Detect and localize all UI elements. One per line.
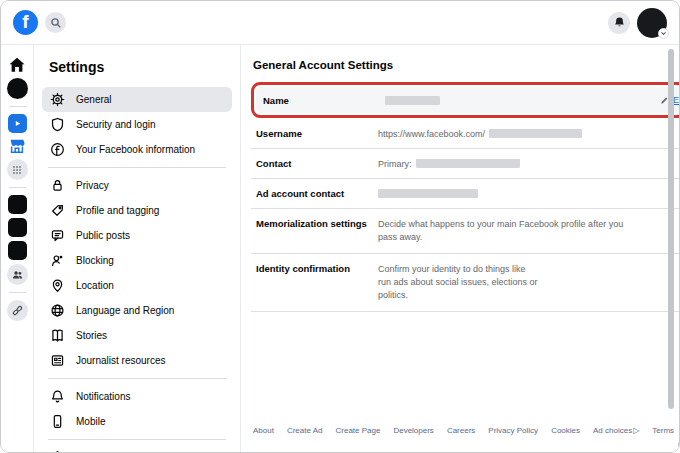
location-pin-icon — [50, 278, 65, 293]
facebook-circle-icon — [50, 142, 65, 157]
sidebar-item-label: Your Facebook information — [76, 144, 195, 155]
footer-links: About Create Ad Create Page Developers C… — [251, 426, 679, 435]
sidebar-item-notifications[interactable]: Notifications — [42, 384, 232, 409]
cube-icon — [50, 450, 65, 452]
shortcut-redacted-icon[interactable] — [8, 241, 27, 260]
lock-icon — [50, 178, 65, 193]
sidebar-item-label: Security and login — [76, 119, 156, 130]
row-value — [378, 189, 679, 198]
footer-link-create-ad[interactable]: Create Ad — [287, 426, 323, 435]
settings-row-name[interactable]: Name Edit — [256, 87, 679, 113]
groups-icon[interactable] — [7, 264, 28, 285]
sidebar-item-security-and-login[interactable]: Security and login — [42, 112, 232, 137]
sidebar-item-apps-and-websites[interactable]: Apps and Websites — [42, 445, 232, 452]
sidebar-item-journalist-resources[interactable]: Journalist resources — [42, 348, 232, 373]
sidebar-item-location[interactable]: Location — [42, 273, 232, 298]
menu-grid-icon[interactable] — [7, 159, 28, 180]
sidebar-item-label: Profile and tagging — [76, 205, 159, 216]
redacted-value — [416, 159, 520, 168]
settings-row-contact[interactable]: Contact Primary: Edit — [251, 149, 679, 179]
shield-icon — [50, 117, 65, 132]
footer-link-terms[interactable]: Terms — [652, 426, 674, 435]
link-icon[interactable] — [7, 300, 28, 321]
redacted-value — [385, 96, 440, 105]
row-label: Username — [256, 128, 378, 139]
footer-link-privacy-policy[interactable]: Privacy Policy — [488, 426, 538, 435]
contact-prefix: Primary: — [378, 159, 412, 169]
facebook-logo-icon[interactable]: f — [13, 10, 38, 35]
globe-icon — [50, 303, 65, 318]
rail-divider — [9, 292, 26, 293]
sidebar-item-label: Public posts — [76, 230, 130, 241]
sidebar-divider — [48, 439, 226, 440]
gear-icon — [50, 92, 65, 107]
row-value: Primary: — [378, 159, 679, 169]
page-body: Settings General Security and login — [1, 45, 679, 452]
sidebar-item-general[interactable]: General — [42, 87, 232, 112]
language-selector-button[interactable] — [678, 441, 679, 452]
sidebar-item-your-facebook-information[interactable]: Your Facebook information — [42, 137, 232, 162]
sidebar-item-label: Language and Region — [76, 305, 174, 316]
general-account-settings-panel: General Account Settings Name Edit Usern… — [241, 45, 679, 452]
row-label: Ad account contact — [256, 188, 378, 199]
footer-link-create-page[interactable]: Create Page — [335, 426, 380, 435]
sidebar-item-label: General — [76, 94, 112, 105]
blocked-person-icon — [50, 253, 65, 268]
row-label: Memorialization settings — [256, 218, 378, 229]
sidebar-item-privacy[interactable]: Privacy — [42, 173, 232, 198]
footer-link-about[interactable]: About — [253, 426, 274, 435]
profile-redacted-icon[interactable] — [7, 78, 28, 99]
settings-sidebar: Settings General Security and login — [34, 45, 241, 452]
rail-divider — [9, 106, 26, 107]
search-button[interactable] — [45, 12, 66, 33]
sidebar-item-label: Location — [76, 280, 114, 291]
sidebar-item-label: Stories — [76, 330, 107, 341]
sidebar-divider — [48, 378, 226, 379]
facebook-settings-window: f — [0, 0, 680, 453]
redacted-value — [378, 189, 478, 198]
sidebar-divider — [48, 167, 226, 168]
settings-row-memorialization[interactable]: Memorialization settings Decide what hap… — [251, 209, 679, 254]
row-value: https://www.facebook.com/ — [378, 129, 679, 139]
marketplace-icon[interactable] — [8, 137, 26, 155]
sidebar-item-label: Notifications — [76, 391, 130, 402]
url-prefix: https://www.facebook.com/ — [378, 129, 485, 139]
red-annotation-box: Name Edit — [251, 82, 679, 118]
shortcut-redacted-icon[interactable] — [8, 218, 27, 237]
footer-link-careers[interactable]: Careers — [447, 426, 475, 435]
sidebar-item-public-posts[interactable]: Public posts — [42, 223, 232, 248]
sidebar-title: Settings — [49, 59, 232, 75]
vertical-scrollbar[interactable] — [668, 49, 674, 409]
tag-icon — [50, 203, 65, 218]
speech-bubble-icon — [50, 228, 65, 243]
book-icon — [50, 328, 65, 343]
phone-icon — [50, 414, 65, 429]
row-description: Confirm your identity to do things like … — [378, 263, 538, 302]
footer-link-developers[interactable]: Developers — [393, 426, 433, 435]
chevron-down-icon — [658, 28, 669, 39]
sidebar-item-profile-and-tagging[interactable]: Profile and tagging — [42, 198, 232, 223]
row-label: Name — [263, 95, 385, 106]
sidebar-item-label: Journalist resources — [76, 355, 165, 366]
newspaper-icon — [50, 353, 65, 368]
sidebar-item-language-and-region[interactable]: Language and Region — [42, 298, 232, 323]
home-icon[interactable] — [8, 56, 26, 74]
bell-icon — [613, 16, 626, 29]
footer-link-cookies[interactable]: Cookies — [551, 426, 580, 435]
notifications-button[interactable] — [608, 12, 630, 34]
row-label: Contact — [256, 158, 378, 169]
settings-row-identity-confirmation[interactable]: Identity confirmation Confirm your ident… — [251, 254, 679, 312]
rail-divider — [9, 187, 26, 188]
settings-row-ad-account-contact[interactable]: Ad account contact Edit — [251, 179, 679, 209]
sidebar-item-mobile[interactable]: Mobile — [42, 409, 232, 434]
sidebar-item-label: Blocking — [76, 255, 114, 266]
profile-avatar[interactable] — [637, 8, 667, 38]
shortcut-redacted-icon[interactable] — [8, 195, 27, 214]
sidebar-item-blocking[interactable]: Blocking — [42, 248, 232, 273]
sidebar-item-stories[interactable]: Stories — [42, 323, 232, 348]
settings-row-username[interactable]: Username https://www.facebook.com/ Edit — [251, 119, 679, 149]
footer-link-ad-choices[interactable]: Ad choices▷ — [593, 426, 639, 435]
sidebar-item-label: Mobile — [76, 416, 105, 427]
top-navigation-bar: f — [1, 1, 679, 45]
watch-icon[interactable] — [8, 114, 27, 133]
